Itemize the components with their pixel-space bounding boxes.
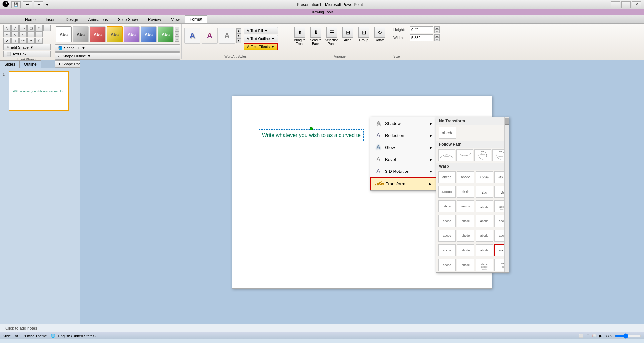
align-button[interactable]: ⊞ Align	[340, 26, 355, 43]
bevel-item[interactable]: A Bevel ▶	[370, 153, 436, 165]
text-box-button[interactable]: ⬜ Text Box	[3, 51, 51, 57]
notes-bar[interactable]: Click to add notes	[0, 324, 644, 332]
shape-arc[interactable]: ⌒	[35, 31, 43, 37]
tab-insert[interactable]: Insert	[41, 16, 61, 23]
shape-preset-2[interactable]: Abc	[73, 26, 89, 42]
warp-6-3[interactable]: abcde	[476, 244, 493, 256]
tab-design[interactable]: Design	[61, 16, 83, 23]
shape-rect[interactable]: ▭	[19, 25, 27, 31]
warp-4-3[interactable]: abcde	[476, 215, 493, 227]
warp-3-3[interactable]: abcde	[476, 200, 493, 212]
warp-1-1[interactable]: abcde	[438, 171, 456, 183]
wordart-up[interactable]: ▲	[236, 28, 241, 33]
text-effects-button[interactable]: A Text Effects ▼	[244, 43, 278, 50]
shape-oval[interactable]: ⬭	[35, 25, 43, 31]
shape-more[interactable]: …	[43, 25, 51, 31]
width-down[interactable]: ▼	[434, 38, 440, 41]
send-to-back-button[interactable]: ⬇ Send to Back	[308, 26, 323, 46]
scrollbar-thumb[interactable]	[505, 118, 509, 125]
transform-scrollbar[interactable]	[504, 117, 509, 272]
wordart-down[interactable]: ▼	[236, 33, 241, 38]
undo-button[interactable]: ↩	[23, 1, 32, 8]
edit-shape-button[interactable]: ✎ Edit Shape ▼	[3, 44, 51, 50]
height-up[interactable]: ▲	[434, 26, 440, 30]
3d-rotation-item[interactable]: A 3-D Rotation ▶	[370, 165, 436, 177]
view-slide-sorter[interactable]: ⊞	[586, 334, 589, 338]
shape-preset-1[interactable]: Abc	[56, 26, 72, 42]
height-spinner[interactable]: ▲ ▼	[434, 26, 440, 33]
sidebar-tab-slides[interactable]: Slides	[0, 60, 20, 68]
reflection-item[interactable]: A Reflection ▶	[370, 129, 436, 141]
shape-line[interactable]: ╲	[3, 25, 11, 31]
warp-2-1[interactable]: abcde	[438, 186, 456, 198]
warp-2-3[interactable]: ꜱbc	[476, 186, 493, 198]
presets-scroll[interactable]: ▲ ▼ ▾	[175, 27, 179, 42]
shape-preset-5[interactable]: Abc	[124, 26, 140, 42]
save-button[interactable]: 💾	[11, 1, 21, 8]
width-spinner[interactable]: ▲ ▼	[434, 34, 440, 41]
width-input[interactable]	[410, 34, 433, 41]
shape-fill-button[interactable]: 🪣 Shape Fill ▼	[55, 44, 180, 52]
warp-6-1[interactable]: abcde	[438, 244, 456, 256]
tab-view[interactable]: View	[166, 16, 185, 23]
text-box[interactable]: Write whatever you wish to as a curved t…	[259, 129, 364, 141]
tab-review[interactable]: Review	[143, 16, 166, 23]
text-outline-button[interactable]: A Text Outline ▼	[244, 35, 278, 42]
warp-7-3[interactable]: abcde abcde abcde	[476, 259, 493, 271]
follow-path-3[interactable]: abcde	[474, 149, 491, 161]
shape-rtriangle[interactable]: ◁	[11, 31, 19, 37]
warp-4-2[interactable]: abcde	[457, 215, 474, 227]
shape-curved[interactable]: ↪	[11, 38, 19, 44]
warp-3-1[interactable]: abcde	[438, 200, 456, 212]
tab-animations[interactable]: Animations	[83, 16, 113, 23]
shape-preset-4[interactable]: Abc	[107, 26, 123, 42]
presets-up[interactable]: ▲	[175, 27, 179, 32]
warp-5-1[interactable]: abcde	[438, 230, 456, 242]
view-normal[interactable]: ⬜	[579, 334, 584, 338]
view-reading[interactable]: 📖	[592, 334, 597, 338]
wordart-preset-1[interactable]: A	[184, 28, 200, 44]
shape-triangle[interactable]: △	[3, 31, 11, 37]
shape-preset-6[interactable]: Abc	[141, 26, 157, 42]
wordart-expand[interactable]: ▾	[236, 38, 241, 43]
shape-squiggle[interactable]: 〜	[19, 38, 27, 44]
warp-1-3[interactable]: abcde	[476, 171, 493, 183]
view-slideshow[interactable]: ▶	[599, 334, 602, 338]
wordart-preset-2[interactable]: A	[202, 28, 218, 44]
rotation-handle[interactable]	[310, 127, 313, 130]
tab-format[interactable]: Format	[185, 15, 207, 23]
presets-expand[interactable]: ▾	[175, 37, 179, 42]
height-down[interactable]: ▼	[434, 30, 440, 33]
presets-down[interactable]: ▼	[175, 32, 179, 37]
text-fill-button[interactable]: A Text Fill ▼	[244, 27, 278, 34]
bring-to-front-button[interactable]: ⬆ Bring to Front	[292, 26, 307, 46]
follow-path-1[interactable]: abcde	[438, 149, 455, 161]
wordart-scroll[interactable]: ▲ ▼ ▾	[236, 28, 241, 43]
height-input[interactable]	[410, 26, 433, 33]
shape-outline-button[interactable]: ▭ Shape Outline ▼	[55, 52, 180, 60]
warp-7-2[interactable]: abcde	[457, 259, 474, 271]
warp-2-2[interactable]: abcde	[457, 186, 474, 198]
rotate-button[interactable]: ↻ Rotate	[372, 26, 387, 43]
warp-5-2[interactable]: abcde	[457, 230, 474, 242]
shape-preset-3[interactable]: Abc	[90, 26, 106, 42]
tab-slideshow[interactable]: Slide Show	[113, 16, 143, 23]
glow-item[interactable]: A Glow ▶	[370, 141, 436, 153]
shadow-item[interactable]: A Shadow ▶	[370, 117, 436, 129]
shape-preset-7[interactable]: Abc	[158, 26, 174, 42]
shape-pen[interactable]: 🖊	[35, 38, 43, 44]
shape-bracket[interactable]: [	[27, 31, 35, 37]
sidebar-tab-outline[interactable]: Outline	[20, 60, 41, 68]
warp-7-1[interactable]: abcde	[438, 259, 456, 271]
transform-item[interactable]: 𝒜𝓌 Transform ▶	[370, 177, 436, 190]
shape-arrow[interactable]: ↗	[3, 38, 11, 44]
group-button[interactable]: ⊡ Group	[356, 26, 371, 43]
zoom-slider[interactable]	[615, 333, 641, 339]
minimize-button[interactable]: ─	[611, 1, 620, 8]
wordart-preset-3[interactable]: A	[219, 28, 235, 44]
shape-rounded-rect[interactable]: ▢	[27, 25, 35, 31]
follow-path-2[interactable]: abcde	[456, 149, 473, 161]
warp-5-3[interactable]: abcde	[476, 230, 493, 242]
warp-4-1[interactable]: abcde	[438, 215, 456, 227]
no-transform-item[interactable]: abcde	[439, 127, 456, 139]
